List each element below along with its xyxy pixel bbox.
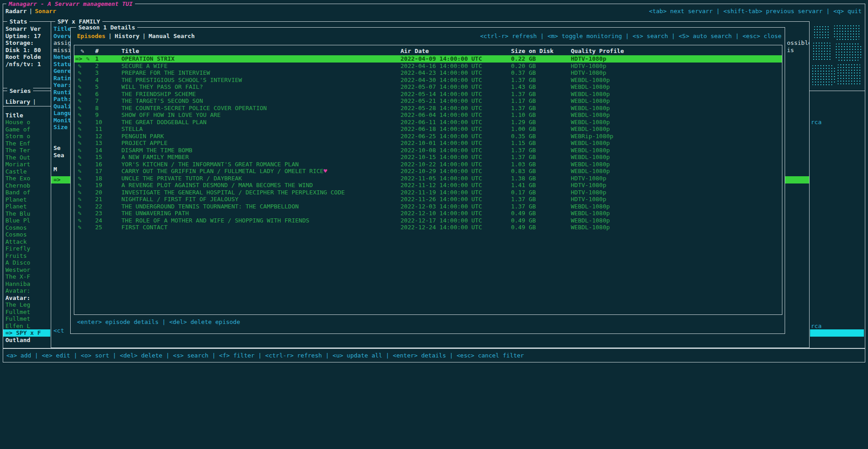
episode-title: THE PRESTIGIOUS SCHOOL'S INTERVIEW	[121, 77, 242, 84]
series-window-keybinds-fragment: <ct	[53, 327, 64, 334]
episode-air-date: 2022-06-04 14:00:00 UTC	[400, 111, 482, 119]
series-list-item[interactable]: The Out	[3, 154, 50, 161]
episode-row[interactable]: ✎15A NEW FAMILY MEMBER2022-10-15 14:00:0…	[74, 154, 782, 161]
series-list-item[interactable]: Fullmet	[3, 309, 50, 316]
tab-sonarr[interactable]: Sonarr	[35, 8, 56, 15]
series-list-item[interactable]: Firefly	[3, 245, 50, 252]
series-list-item[interactable]: The X-F	[3, 273, 50, 280]
series-list-item[interactable]: Outland	[3, 337, 50, 344]
episode-number: 22	[95, 203, 102, 210]
pencil-icon: ✎	[78, 189, 82, 196]
series-list-item[interactable]: Game of	[3, 126, 50, 133]
series-list-item[interactable]: Attack	[3, 238, 50, 246]
episode-row[interactable]: ✎4THE PRESTIGIOUS SCHOOL'S INTERVIEW2022…	[74, 77, 782, 84]
series-list-item[interactable]: Blue Pl	[3, 217, 50, 224]
episode-number: 16	[95, 161, 102, 168]
episode-row[interactable]: ✎11STELLA2022-06-18 14:00:00 UTC1.00 GBW…	[74, 126, 782, 133]
episode-air-date: 2022-10-01 14:00:00 UTC	[400, 140, 482, 147]
episode-row[interactable]: ✎12PENGUIN PARK2022-06-25 14:00:00 UTC0.…	[74, 133, 782, 140]
series-list-item[interactable]: The Enf	[3, 140, 50, 147]
series-list-item[interactable]: The Leg	[3, 301, 50, 309]
episode-row[interactable]: ✎17CARRY OUT THE GRIFFIN PLAN / FULLMETA…	[74, 168, 782, 175]
tab-episodes[interactable]: Episodes	[77, 33, 106, 40]
episode-number: 7	[95, 97, 99, 105]
episode-air-date: 2022-05-14 14:00:00 UTC	[400, 91, 482, 98]
episode-row[interactable]: =>✎1OPERATION STRIX2022-04-09 14:00:00 U…	[74, 55, 782, 63]
episode-quality: WEBDL-1080p	[571, 91, 610, 98]
series-list: House oGame ofStorm oThe EnfThe TerThe O…	[3, 119, 50, 343]
episode-size: 0.22 GB	[511, 55, 536, 63]
episode-quality: WEBDL-1080p	[571, 119, 610, 126]
pencil-icon: ✎	[78, 133, 82, 140]
episode-air-date: 2022-05-21 14:00:00 UTC	[400, 97, 482, 105]
episode-air-date: 2022-04-09 14:00:00 UTC	[400, 55, 482, 63]
episode-quality: HDTV-1080p	[571, 175, 606, 182]
episode-title: PROJECT APPLE	[121, 140, 168, 147]
episodes-table-rows: =>✎1OPERATION STRIX2022-04-09 14:00:00 U…	[74, 55, 782, 237]
series-list-item[interactable]: Avatar:	[3, 287, 50, 295]
series-list-item[interactable]: A Disco	[3, 259, 50, 266]
episode-quality: HDTV-1080p	[571, 63, 606, 70]
episode-row[interactable]: ✎21NIGHTFALL / FIRST FIT OF JEALOUSY2022…	[74, 196, 782, 203]
series-list-item[interactable]: Cosmos	[3, 224, 50, 232]
series-list-item[interactable]: House o	[3, 119, 50, 126]
episode-row[interactable]: ✎23THE UNWAVERING PATH2022-12-10 14:00:0…	[74, 210, 782, 217]
episode-air-date: 2022-12-10 14:00:00 UTC	[400, 210, 482, 217]
episode-row[interactable]: ✎5WILL THEY PASS OR FAIL?2022-05-07 14:0…	[74, 83, 782, 91]
episode-row[interactable]: ✎3PREPARE FOR THE INTERVIEW2022-04-23 14…	[74, 69, 782, 77]
series-list-item[interactable]: Fullmet	[3, 315, 50, 323]
pencil-icon: ✎	[78, 105, 82, 112]
series-list-item[interactable]: Castle	[3, 168, 50, 175]
series-panel-title: Series	[7, 87, 33, 95]
pencil-icon: ✎	[78, 224, 82, 231]
episode-number: 3	[95, 69, 99, 77]
episode-row[interactable]: ✎16YOR'S KITCHEN / THE INFORMANT'S GREAT…	[74, 161, 782, 168]
episode-row[interactable]: ✎2SECURE A WIFE2022-04-16 14:00:00 UTC0.…	[74, 63, 782, 70]
episode-quality: WEBDL-1080p	[571, 83, 610, 91]
episode-row[interactable]: ✎7THE TARGET'S SECOND SON2022-05-21 14:0…	[74, 97, 782, 105]
series-list-item[interactable]: The Blu	[3, 210, 50, 217]
series-list-item[interactable]: Moriart	[3, 161, 50, 168]
series-list-item[interactable]: Westwor	[3, 266, 50, 274]
episode-title: UNCLE THE PRIVATE TUTOR / DAYBREAK	[121, 175, 242, 182]
monitored-column-fragment: M	[53, 166, 57, 173]
episode-quality: WEBDL-1080p	[571, 77, 610, 84]
series-list-item[interactable]: Hanniba	[3, 280, 50, 288]
episode-row[interactable]: ✎10THE GREAT DODGEBALL PLAN2022-06-11 14…	[74, 119, 782, 126]
episode-title: NIGHTFALL / FIRST FIT OF JEALOUSY	[121, 196, 238, 203]
episode-row[interactable]: ✎25FIRST CONTACT2022-12-24 14:00:00 UTC0…	[74, 224, 782, 231]
episode-row[interactable]: ✎8THE COUNTER-SECRET POLICE COVER OPERAT…	[74, 105, 782, 112]
episode-row[interactable]: ✎14DISARM THE TIME BOMB2022-10-08 14:00:…	[74, 147, 782, 154]
tab-library[interactable]: Library	[5, 98, 30, 106]
episode-row[interactable]: ✎24THE ROLE OF A MOTHER AND WIFE / SHOPP…	[74, 217, 782, 224]
series-list-item[interactable]: Chernob	[3, 182, 50, 189]
series-list-item[interactable]: Cosmos	[3, 231, 50, 238]
episode-row[interactable]: ✎13PROJECT APPLE2022-10-01 14:00:00 UTC1…	[74, 140, 782, 147]
episode-row[interactable]: ✎6THE FRIENDSHIP SCHEME2022-05-14 14:00:…	[74, 91, 782, 98]
series-list-item[interactable]: Elfen L	[3, 323, 50, 330]
episode-row[interactable]: ✎9SHOW OFF HOW IN LOVE YOU ARE2022-06-04…	[74, 111, 782, 119]
series-list-item[interactable]: Planet	[3, 203, 50, 210]
episode-row[interactable]: ✎19A REVENGE PLOT AGAINST DESMOND / MAMA…	[74, 182, 782, 189]
episode-quality: WEBRip-1080p	[571, 133, 613, 140]
series-list-item[interactable]: Avatar:	[3, 295, 50, 302]
pencil-icon: ✎	[78, 83, 82, 91]
series-list-item[interactable]: Band of	[3, 189, 50, 196]
tab-manual-search[interactable]: Manual Search	[149, 33, 195, 40]
series-list-item[interactable]: Planet	[3, 196, 50, 203]
series-list-item[interactable]: Storm o	[3, 133, 50, 140]
tab-radarr[interactable]: Radarr	[5, 8, 27, 15]
episode-row[interactable]: ✎20INVESTIGATE THE GENERAL HOSPITAL / DE…	[74, 189, 782, 196]
series-list-item[interactable]: The Exo	[3, 175, 50, 182]
episode-size: 1.03 GB	[511, 161, 536, 168]
series-list-item[interactable]: The Ter	[3, 147, 50, 154]
episode-air-date: 2022-04-30 14:00:00 UTC	[400, 77, 482, 84]
episode-number: 23	[95, 210, 102, 217]
pencil-icon: ✎	[78, 217, 82, 224]
series-list-item[interactable]: Fruits	[3, 252, 50, 260]
episode-size: 0.20 GB	[511, 63, 536, 70]
episode-row[interactable]: ✎18UNCLE THE PRIVATE TUTOR / DAYBREAK202…	[74, 175, 782, 182]
series-list-item[interactable]: => SPY x F	[3, 329, 50, 337]
episode-row[interactable]: ✎22THE UNDERGROUND TENNIS TOURNAMENT: TH…	[74, 203, 782, 210]
tab-history[interactable]: History	[115, 33, 140, 40]
